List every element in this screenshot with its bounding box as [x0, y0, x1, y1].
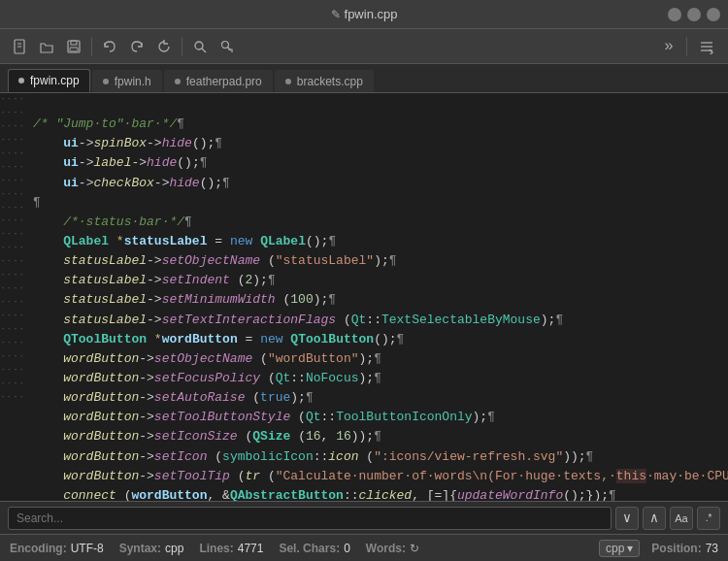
menu-button[interactable]: [693, 35, 720, 58]
regex-button[interactable]: .*: [697, 507, 720, 530]
search-bar: ∨ ∧ Aa .*: [0, 501, 728, 534]
code-line-16: wordButton->setIconSize (QSize (16, 16))…: [33, 429, 381, 444]
new-button[interactable]: [8, 35, 31, 58]
win-btn-1[interactable]: [668, 8, 681, 21]
toolbar: »: [0, 29, 728, 64]
chevron-down-icon: ∨: [623, 510, 631, 526]
tab-indicator-pro: [175, 79, 181, 84]
svg-point-8: [222, 41, 229, 48]
code-line-blank-1: ¶: [33, 195, 41, 210]
search-up-button[interactable]: ∧: [643, 507, 666, 530]
open-button[interactable]: [35, 35, 58, 58]
regex-icon: .*: [706, 512, 712, 523]
lines-label: Lines:: [199, 542, 233, 555]
svg-rect-5: [70, 48, 78, 51]
code-line-5: /*·status·bar·*/¶: [33, 214, 192, 229]
win-btn-3[interactable]: [707, 8, 720, 21]
statusbar: Encoding: UTF-8 Syntax: cpp Lines: 4771 …: [0, 534, 728, 561]
gutter: ···· ···· ···· ···· ···· ···· ···· ···· …: [0, 93, 29, 501]
separator-3: [686, 37, 687, 56]
syntax-selector[interactable]: cpp ▾: [599, 540, 640, 557]
win-btn-2[interactable]: [687, 8, 701, 21]
encoding-item: Encoding: UTF-8: [10, 542, 104, 555]
encoding-value: UTF-8: [71, 542, 104, 555]
undo-button[interactable]: [98, 35, 121, 58]
code-line-8: statusLabel->setIndent (2);¶: [33, 273, 276, 287]
code-line-12: wordButton->setObjectName ("wordButton")…: [33, 351, 381, 366]
tab-brackets-cpp[interactable]: brackets.cpp: [275, 70, 374, 92]
separator-2: [182, 37, 182, 56]
syntax-selector-label: cpp: [606, 542, 624, 555]
position-value: 73: [706, 542, 718, 555]
search-button[interactable]: [188, 35, 212, 58]
words-item: Words: ↻: [366, 542, 419, 555]
code-line-6: QLabel *statusLabel = new QLabel();¶: [33, 234, 336, 248]
code-line-14: wordButton->setAutoRaise (true);¶: [33, 390, 314, 405]
code-line-15: wordButton->setToolButtonStyle (Qt::Tool…: [33, 410, 495, 424]
pen-icon: ✎: [331, 8, 341, 21]
title-area: ✎ fpwin.cpp: [331, 7, 398, 21]
redo-button[interactable]: [125, 35, 149, 58]
words-label: Words:: [366, 542, 406, 555]
code-line-4: ui->checkBox->hide();¶: [33, 176, 230, 190]
tab-label-fpwin-cpp: fpwin.cpp: [30, 74, 80, 87]
more-button[interactable]: »: [657, 35, 680, 58]
code-line-11: QToolButton *wordButton = new QToolButto…: [33, 332, 404, 346]
window-title: fpwin.cpp: [345, 7, 398, 21]
separator-1: [91, 37, 92, 56]
svg-line-7: [202, 49, 206, 52]
position-item: Position: 73: [651, 542, 718, 555]
code-line-19: connect (wordButton, &QAbstractButton::c…: [33, 488, 616, 501]
save-button[interactable]: [62, 35, 85, 58]
words-refresh-icon[interactable]: ↻: [410, 542, 419, 555]
tabs-bar: fpwin.cpp fpwin.h featherpad.pro bracket…: [0, 64, 728, 93]
code-line-3: ui->label->hide();¶: [33, 155, 208, 170]
code-line-10: statusLabel->setTextInteractionFlags (Qt…: [33, 313, 563, 327]
tab-fpwin-cpp[interactable]: fpwin.cpp: [8, 69, 90, 92]
syntax-value: cpp: [165, 542, 183, 555]
tab-label-brackets-cpp: brackets.cpp: [297, 75, 363, 88]
syntax-item: Syntax: cpp: [119, 542, 184, 555]
tab-indicator-h: [103, 79, 109, 84]
search-input[interactable]: [8, 507, 612, 530]
case-sensitive-button[interactable]: Aa: [670, 507, 693, 530]
window-controls: [668, 8, 720, 21]
tab-featherpad-pro[interactable]: featherpad.pro: [164, 70, 273, 92]
case-icon: Aa: [675, 512, 687, 524]
tab-label-fpwin-h: fpwin.h: [115, 75, 151, 88]
code-line-18: wordButton->setToolTip (tr ("Calculate·n…: [33, 469, 728, 483]
sel-chars-item: Sel. Chars: 0: [279, 542, 349, 555]
tab-fpwin-h[interactable]: fpwin.h: [92, 70, 162, 92]
sel-chars-label: Sel. Chars:: [279, 542, 340, 555]
code-line-1: /* "Jump·to"·bar·*/¶: [33, 116, 184, 131]
position-label: Position:: [651, 542, 701, 555]
statusbar-right: cpp ▾ Position: 73: [599, 540, 718, 557]
tab-label-featherpad-pro: featherpad.pro: [186, 75, 262, 88]
reload-button[interactable]: [152, 35, 176, 58]
code-line-7: statusLabel->setObjectName ("statusLabel…: [33, 253, 397, 268]
lines-value: 4771: [238, 542, 264, 555]
code-line-2: ui->spinBox->hide();¶: [33, 136, 222, 150]
replace-button[interactable]: [215, 35, 239, 58]
tab-indicator-brackets: [285, 79, 291, 84]
code-line-13: wordButton->setFocusPolicy (Qt::NoFocus)…: [33, 371, 381, 385]
titlebar: ✎ fpwin.cpp: [0, 0, 728, 29]
syntax-label: Syntax:: [119, 542, 161, 555]
search-down-button[interactable]: ∨: [615, 507, 639, 530]
editor-area[interactable]: ···· ···· ···· ···· ···· ···· ···· ···· …: [0, 93, 728, 501]
tab-indicator: [18, 78, 24, 83]
svg-point-6: [195, 42, 203, 50]
encoding-label: Encoding:: [10, 542, 67, 555]
more-icon: »: [664, 38, 674, 55]
code-editor[interactable]: /* "Jump·to"·bar·*/¶ ui->spinBox->hide()…: [29, 93, 728, 501]
sel-chars-value: 0: [344, 542, 350, 555]
lines-item: Lines: 4771: [199, 542, 263, 555]
code-line-17: wordButton->setIcon (symbolicIcon::icon …: [33, 449, 593, 464]
chevron-up-icon: ∧: [650, 510, 658, 526]
syntax-selector-arrow: ▾: [627, 542, 633, 555]
code-line-9: statusLabel->setMinimumWidth (100);¶: [33, 292, 336, 307]
